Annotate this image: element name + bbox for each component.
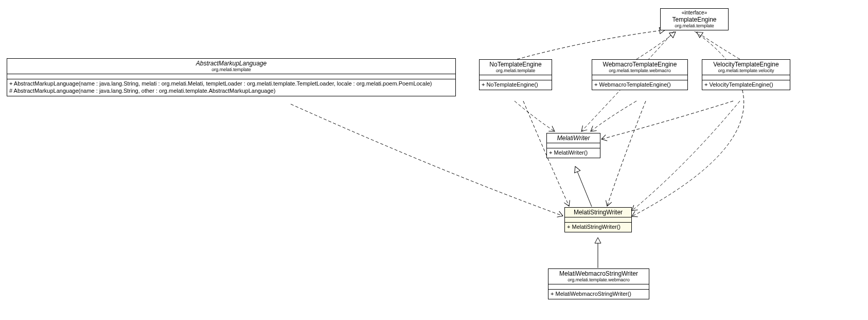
operation: + MelatiWebmacroStringWriter() bbox=[551, 291, 647, 298]
attributes-compartment bbox=[548, 284, 649, 290]
attributes-compartment bbox=[480, 75, 552, 80]
class-melati-string-writer: MelatiStringWriter + MelatiStringWriter(… bbox=[564, 207, 632, 232]
class-abstract-markup-language: AbstractMarkupLanguage org.melati.templa… bbox=[7, 58, 456, 96]
operation: + AbstractMarkupLanguage(name : java.lan… bbox=[9, 80, 453, 88]
operation: + MelatiStringWriter() bbox=[567, 224, 629, 231]
class-template-engine: «interface» TemplateEngine org.melati.te… bbox=[660, 8, 729, 30]
attributes-compartment bbox=[7, 74, 455, 79]
operation: # AbstractMarkupLanguage(name : java.lan… bbox=[9, 88, 453, 95]
class-name: WebmacroTemplateEngine bbox=[594, 61, 685, 68]
class-name: AbstractMarkupLanguage bbox=[9, 60, 453, 67]
class-name: MelatiStringWriter bbox=[567, 209, 629, 216]
operation: + VelocityTemplateEngine() bbox=[704, 81, 788, 89]
class-name: NoTemplateEngine bbox=[482, 61, 550, 68]
package-label: org.melati.template bbox=[9, 67, 453, 73]
package-label: org.melati.template.webmacro bbox=[551, 277, 647, 283]
class-melati-webmacro-string-writer: MelatiWebmacroStringWriter org.melati.te… bbox=[548, 268, 649, 299]
class-velocity-template-engine: VelocityTemplateEngine org.melati.templa… bbox=[702, 59, 790, 90]
operation: + MelatiWriter() bbox=[549, 149, 598, 157]
class-webmacro-template-engine: WebmacroTemplateEngine org.melati.templa… bbox=[592, 59, 688, 90]
attributes-compartment bbox=[565, 217, 631, 223]
class-melati-writer: MelatiWriter + MelatiWriter() bbox=[546, 133, 600, 158]
package-label: org.melati.template.velocity bbox=[704, 68, 788, 74]
attributes-compartment bbox=[592, 75, 687, 80]
operation: + NoTemplateEngine() bbox=[482, 81, 550, 89]
class-name: TemplateEngine bbox=[663, 16, 726, 23]
class-name: VelocityTemplateEngine bbox=[704, 61, 788, 68]
attributes-compartment bbox=[547, 143, 600, 148]
class-name: MelatiWebmacroStringWriter bbox=[551, 270, 647, 277]
package-label: org.melati.template bbox=[663, 23, 726, 29]
stereotype-label: «interface» bbox=[663, 10, 726, 16]
operation: + WebmacroTemplateEngine() bbox=[594, 81, 685, 89]
package-label: org.melati.template.webmacro bbox=[594, 68, 685, 74]
attributes-compartment bbox=[702, 75, 790, 80]
class-no-template-engine: NoTemplateEngine org.melati.template + N… bbox=[479, 59, 552, 90]
package-label: org.melati.template bbox=[482, 68, 550, 74]
diagram-edges bbox=[0, 0, 868, 320]
class-name: MelatiWriter bbox=[549, 134, 598, 142]
